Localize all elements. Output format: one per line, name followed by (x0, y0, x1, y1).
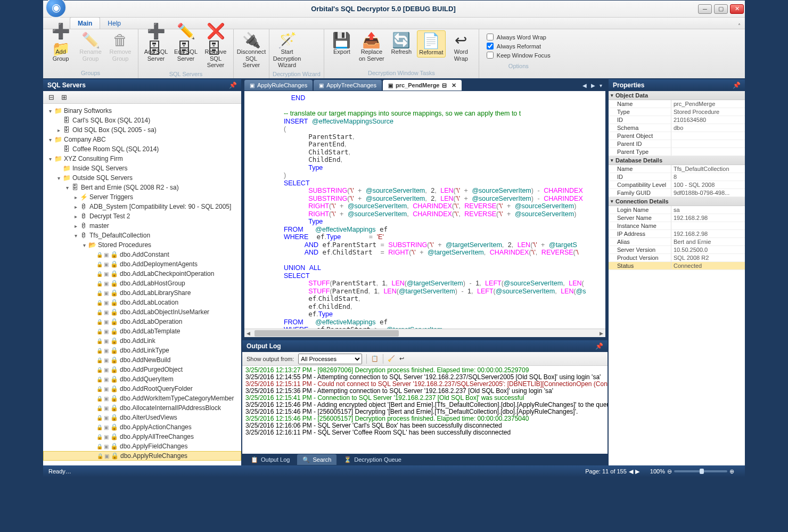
tree-node[interactable]: ▾🛢Tfs_DefaultCollection (43, 231, 241, 240)
bottom-tab[interactable]: 📋Output Log (245, 454, 295, 465)
tree-node[interactable]: 🔒▣🔒dbo.AddLabObjectInUseMarker (43, 307, 241, 317)
doc-tab[interactable]: ▣prc_PendMerge⊟✕ (383, 80, 462, 91)
copy-icon[interactable]: 📋 (371, 355, 379, 362)
prop-row[interactable]: Parent ID (609, 140, 745, 148)
wrap-icon[interactable]: ↩ (399, 355, 404, 362)
tree-node[interactable]: ▾📁Binary Softworks (43, 106, 241, 116)
tree-node[interactable]: 🔒▣🔒dbo.AddWorkItemTypeCategoryMember (43, 394, 241, 403)
tree-node[interactable]: 🔒▣🔒dbo.AddLabHostGroup (43, 279, 241, 288)
server-tree[interactable]: ▾📁Binary Softworks 🗄Carl's SQL Box (SQL … (43, 104, 241, 465)
expand-icon[interactable]: ▾ (46, 156, 54, 162)
menu-tab-main[interactable]: Main (70, 17, 100, 29)
tree-node[interactable]: 📁Inside SQL Servers (43, 163, 241, 173)
ribbon-collapse-icon[interactable]: ˄ (738, 23, 741, 29)
tree-node[interactable]: 🗄Coffee Room SQL (SQL 2014) (43, 144, 241, 154)
prop-row[interactable]: Schemadbo (609, 124, 745, 132)
bottom-tab[interactable]: 🔍Search (297, 454, 336, 465)
tree-node[interactable]: 🔒▣🔒dbo.AddLabTemplate (43, 326, 241, 336)
prop-row[interactable]: Product VersionSQL 2008 R2 (609, 254, 745, 262)
app-logo-icon[interactable]: ◉ (45, 0, 67, 18)
clear-icon[interactable]: 🧹 (388, 355, 395, 362)
expand-icon[interactable]: ▾ (80, 242, 88, 248)
tree-node[interactable]: 🔒▣🔒dbo.AddQueryItem (43, 374, 241, 384)
tab-list-icon[interactable]: ▾ (600, 83, 602, 88)
tree-node[interactable]: 🔒▣🔒dbo.AddPurgedObject (43, 365, 241, 374)
tree-node[interactable]: 🔒▣🔒dbo.ApplyRuleChanges (43, 451, 241, 461)
prop-row[interactable]: Parent Type (609, 148, 745, 156)
tree-node[interactable]: 🔒▣🔒dbo.ApplyAllTreeChanges (43, 432, 241, 441)
tree-node[interactable]: 🗄Carl's SQL Box (SQL 2014) (43, 116, 241, 125)
task-btn-3[interactable]: 📄Reformat (417, 30, 446, 58)
expand-icon[interactable]: ▸ (55, 127, 62, 133)
pin-icon[interactable]: 📌 (733, 81, 741, 89)
expand-icon[interactable]: ▾ (63, 185, 71, 191)
prop-category[interactable]: Connection Details (609, 197, 745, 206)
tree-node[interactable]: 🔒▣🔒dbo.AddDeploymentAgents (43, 259, 241, 269)
tree-node[interactable]: ▸🛢master (43, 221, 241, 231)
prop-row[interactable]: IP Address192.168.2.98 (609, 230, 745, 238)
tab-next-icon[interactable]: ▶ (591, 83, 595, 88)
prop-row[interactable]: Family GUID9df0188b-0798-498... (609, 189, 745, 197)
pin-tab-icon[interactable]: ⊟ (442, 82, 447, 89)
tree-node[interactable]: ▾📁Outside SQL Servers (43, 173, 241, 183)
tree-node[interactable]: 🔒▣🔒dbo.AllocateInternalIPAddressBlock (43, 403, 241, 413)
prop-row[interactable]: Instance Name (609, 222, 745, 230)
tree-node[interactable]: 🔒▣🔒dbo.AlterUsedViews (43, 413, 241, 422)
prop-row[interactable]: Server Name192.168.2.98 (609, 214, 745, 222)
tree-node[interactable]: ▾📂Stored Procedures (43, 240, 241, 250)
tree-node[interactable]: ▸🛢ADB_System [Compatibility Level: 90 - … (43, 202, 241, 211)
option-2[interactable]: Keep Window Focus (487, 52, 551, 59)
tree-node[interactable]: 🔒▣🔒dbo.AddLabLibraryShare (43, 288, 241, 298)
tree-node[interactable]: 🔒▣🔒dbo.AddLink (43, 336, 241, 346)
tree-node[interactable]: 🔒▣🔒dbo.AddRootQueryFolder (43, 384, 241, 394)
option-checkbox[interactable] (487, 43, 494, 50)
expand-icon[interactable]: ▾ (72, 233, 79, 239)
task-btn-2[interactable]: 🔄Refresh (387, 30, 416, 56)
tree-node[interactable]: 🔒▣🔒dbo.AddNewBuild (43, 355, 241, 365)
zoom-out-icon[interactable]: ⊖ (667, 468, 672, 475)
task-btn-4[interactable]: ↩Word Wrap (447, 30, 475, 63)
close-tab-icon[interactable]: ✕ (452, 82, 456, 89)
prop-row[interactable]: Parent Object (609, 132, 745, 140)
tree-node[interactable]: 🔒▣🔒dbo.AddLabOperation (43, 317, 241, 326)
wizard-btn-0[interactable]: 🪄Start DecryptionWizard (273, 30, 301, 70)
expand-icon[interactable]: ▸ (72, 223, 79, 229)
option-checkbox[interactable] (487, 52, 494, 59)
prop-row[interactable]: StatusConnected (609, 262, 745, 270)
editor-scrollbar[interactable]: ◀ ▶ (244, 329, 605, 337)
page-prev-icon[interactable]: ◀ (629, 468, 633, 475)
tree-node[interactable]: ▾📁Company ABC (43, 135, 241, 144)
page-next-icon[interactable]: ▶ (635, 468, 639, 475)
minimize-button[interactable]: ─ (698, 4, 712, 14)
prop-row[interactable]: Login Namesa (609, 206, 745, 214)
tree-node[interactable]: ▸🗄Old SQL Box (SQL 2005 - sa) (43, 125, 241, 135)
output-filter-select[interactable]: All Processes (298, 354, 362, 364)
pin-icon[interactable]: 📌 (595, 342, 603, 350)
prop-row[interactable]: AliasBert and Ernie (609, 238, 745, 246)
bottom-tab[interactable]: ⏳Decryption Queue (339, 454, 407, 465)
disconnect-button[interactable]: 🔌 Disconnect SQL Server (237, 30, 266, 70)
prop-category[interactable]: Object Data (609, 91, 745, 100)
collapse-all-icon[interactable]: ⊞ (59, 93, 69, 102)
expand-icon[interactable]: ▾ (46, 108, 54, 114)
doc-tab[interactable]: ▣ApplyTreeChanges (314, 80, 382, 91)
doc-tab[interactable]: ▣ApplyRuleChanges (244, 80, 313, 91)
option-checkbox[interactable] (487, 34, 494, 40)
prop-category[interactable]: Database Details (609, 156, 745, 165)
prop-row[interactable]: Server Version10.50.2500.0 (609, 246, 745, 254)
prop-row[interactable]: TypeStored Procedure (609, 108, 745, 116)
tree-node[interactable]: 🔒▣🔒dbo.AddConstant (43, 250, 241, 259)
properties-grid[interactable]: Object DataNameprc_PendMergeTypeStored P… (609, 91, 745, 465)
expand-icon[interactable]: ▸ (72, 214, 79, 219)
task-btn-1[interactable]: 📤Replaceon Server (357, 30, 386, 63)
prop-row[interactable]: NameTfs_DefaultCollection (609, 165, 745, 173)
prop-row[interactable]: Nameprc_PendMerge (609, 100, 745, 108)
expand-icon[interactable]: ▸ (72, 194, 79, 200)
tree-node[interactable]: 🔒▣🔒dbo.AddLabLocation (43, 298, 241, 307)
sql-btn-0[interactable]: ➕🗄Add SQLServer (142, 30, 170, 63)
expand-icon[interactable]: ▾ (46, 137, 54, 143)
zoom-slider[interactable] (674, 470, 727, 472)
option-0[interactable]: Always Word Wrap (487, 34, 551, 40)
close-button[interactable]: ✕ (730, 4, 744, 14)
prop-row[interactable]: ID2101634580 (609, 116, 745, 124)
